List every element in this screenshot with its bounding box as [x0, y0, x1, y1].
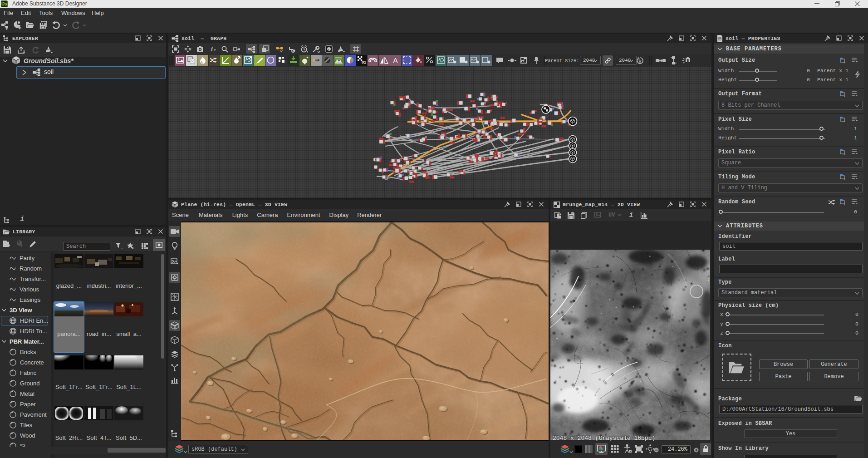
svg-text:01: 01 — [362, 60, 366, 64]
svg-text:A: A — [393, 56, 397, 64]
svg-text:1:1: 1:1 — [185, 47, 191, 51]
svg-text:i: i — [211, 46, 213, 53]
